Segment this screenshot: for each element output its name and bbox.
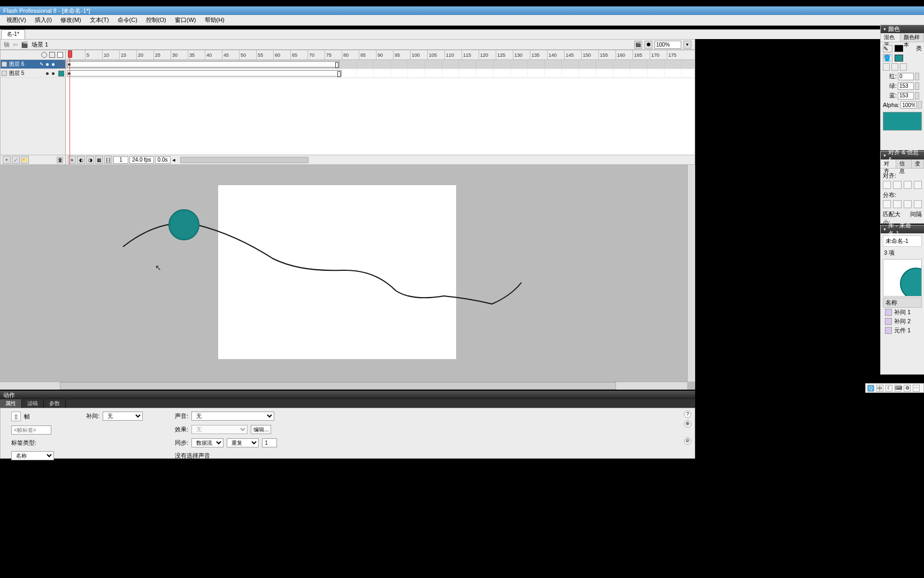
layer-outline-color[interactable] [58, 71, 64, 77]
ruler-tick[interactable]: 85 [359, 50, 376, 60]
edit-symbol-icon[interactable]: ⬢ [644, 41, 652, 49]
library-item[interactable]: 补间 2 [883, 317, 922, 326]
repeat-count-input[interactable] [262, 438, 277, 447]
tab-filters[interactable]: 滤镜 [22, 399, 44, 408]
center-frame-icon[interactable]: ⎆ [68, 156, 76, 164]
ruler-tick[interactable]: 80 [342, 50, 359, 60]
menu-modify[interactable]: 修改(M) [56, 15, 86, 25]
ruler-tick[interactable]: 1 [68, 50, 85, 60]
layer-row[interactable]: 图层 5 [1, 69, 65, 78]
new-layer-icon[interactable]: + [3, 156, 11, 164]
ruler-tick[interactable]: 75 [325, 50, 342, 60]
ruler-tick[interactable]: 100 [410, 50, 427, 60]
ruler-tick[interactable]: 35 [188, 50, 205, 60]
ime-more-icon[interactable]: ⋯ [913, 385, 920, 392]
frame-row[interactable] [66, 69, 695, 78]
library-item[interactable]: 补间 1 [883, 308, 922, 317]
blue-input[interactable] [898, 92, 914, 100]
ruler-tick[interactable]: 20 [136, 50, 153, 60]
new-folder-icon[interactable]: 📁 [21, 156, 29, 164]
layer-lock-dot[interactable] [52, 72, 55, 75]
ruler-tick[interactable]: 60 [273, 50, 290, 60]
ruler-tick[interactable]: 175 [667, 50, 684, 60]
ruler-tick[interactable]: 90 [376, 50, 393, 60]
menu-help[interactable]: 帮助(H) [201, 15, 229, 25]
tab-swatches[interactable]: 颜色样本 [900, 33, 924, 42]
ruler-tick[interactable]: 135 [530, 50, 547, 60]
back-icon[interactable]: ⇦ [13, 41, 18, 48]
ruler-tick[interactable]: 5 [85, 50, 102, 60]
fill-color-swatch[interactable] [895, 55, 903, 62]
outline-column-icon[interactable] [57, 52, 63, 58]
ime-keyboard-icon[interactable]: ⌨ [895, 385, 902, 392]
tab-parameters[interactable]: 参数 [44, 399, 66, 408]
tab-mixer[interactable]: 混色器 [881, 33, 900, 42]
stage-area[interactable]: ↖ [0, 165, 695, 390]
tab-align[interactable]: 对齐 [881, 159, 896, 168]
alpha-input[interactable] [900, 101, 917, 109]
lock-column-icon[interactable] [49, 52, 55, 58]
layer-lock-dot[interactable] [52, 63, 55, 66]
tab-transform[interactable]: 变 [912, 159, 924, 168]
zoom-dropdown-icon[interactable]: ▾ [683, 41, 691, 49]
ruler-tick[interactable]: 145 [564, 50, 581, 60]
align-right-icon[interactable] [904, 181, 912, 189]
distribute-icon[interactable] [904, 200, 912, 208]
ruler-tick[interactable]: 70 [307, 50, 325, 60]
spinner-icon[interactable] [918, 101, 922, 109]
ruler-tick[interactable]: 105 [427, 50, 444, 60]
repeat-select[interactable]: 重复 [227, 438, 259, 447]
sound-select[interactable]: 无 [191, 412, 274, 421]
onion-skin-icon[interactable]: ◐ [77, 156, 85, 164]
label-type-select[interactable]: 名称 [11, 451, 54, 460]
fill-tool-icon[interactable]: 🪣 [883, 54, 892, 62]
ruler-tick[interactable]: 25 [153, 50, 171, 60]
timeline-ruler[interactable]: 1510152025303540455055606570758085909510… [66, 50, 695, 60]
edit-multiple-icon[interactable]: ▦ [95, 156, 103, 164]
ruler-tick[interactable]: 15 [119, 50, 136, 60]
ime-toolbar[interactable]: Q 中 ☾ ⌨ ⚙ ⋯ [865, 383, 924, 393]
ruler-tick[interactable]: 160 [615, 50, 633, 60]
visibility-column-icon[interactable] [41, 52, 47, 58]
ruler-tick[interactable]: 125 [496, 50, 513, 60]
ruler-tick[interactable]: 155 [598, 50, 615, 60]
document-tab[interactable]: 名-1* [1, 29, 25, 39]
ruler-tick[interactable]: 65 [290, 50, 307, 60]
ruler-tick[interactable]: 120 [479, 50, 496, 60]
library-panel-header[interactable]: 库 - 未命名-1 [881, 225, 924, 233]
ime-mode-button[interactable]: 中 [876, 385, 883, 392]
stage-vertical-scrollbar[interactable] [687, 165, 695, 382]
frame-tag-input[interactable] [11, 425, 51, 435]
ruler-tick[interactable]: 150 [581, 50, 598, 60]
help-icon[interactable]: ⊘ [684, 437, 691, 445]
distribute-icon[interactable] [883, 200, 891, 208]
ruler-tick[interactable]: 130 [513, 50, 530, 60]
menu-view[interactable]: 视图(V) [2, 15, 30, 25]
stage-horizontal-scrollbar[interactable] [0, 382, 687, 390]
distribute-icon[interactable] [914, 200, 922, 208]
layer-outline-color[interactable] [58, 62, 64, 67]
layer-row[interactable]: 图层 6 ✎ [1, 60, 65, 69]
stroke-color-swatch[interactable] [895, 45, 903, 52]
new-guide-icon[interactable]: ⟋ [12, 156, 20, 164]
ruler-tick[interactable]: 165 [633, 50, 650, 60]
ruler-tick[interactable]: 110 [444, 50, 461, 60]
sync-select[interactable]: 数据流 [191, 438, 224, 447]
spinner-icon[interactable] [915, 73, 919, 80]
swap-icon[interactable] [900, 63, 907, 71]
ruler-tick[interactable]: 10 [102, 50, 119, 60]
layer-visible-dot[interactable] [46, 63, 49, 66]
red-input[interactable] [898, 73, 914, 80]
menu-text[interactable]: 文本(T) [86, 15, 113, 25]
onion-outline-icon[interactable]: ◑ [86, 156, 94, 164]
ruler-tick[interactable]: 40 [205, 50, 222, 60]
ime-logo-icon[interactable]: Q [867, 385, 874, 392]
help-icon[interactable]: ⊛ [684, 420, 691, 428]
stroke-tool-icon[interactable]: ✎ [883, 45, 892, 52]
align-panel-header[interactable]: 对齐 & 信息 & [881, 151, 924, 159]
ruler-tick[interactable]: 55 [256, 50, 273, 60]
spinner-icon[interactable] [915, 82, 919, 90]
menu-window[interactable]: 窗口(W) [171, 15, 201, 25]
ruler-tick[interactable]: 30 [171, 50, 188, 60]
color-panel-header[interactable]: 颜色 [881, 25, 924, 33]
